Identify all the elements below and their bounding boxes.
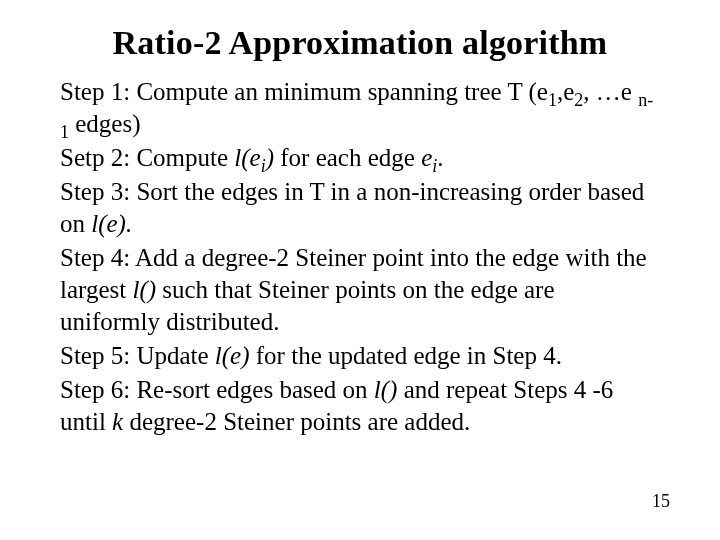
- step1-text-b: ,e: [557, 78, 574, 105]
- step5-text-a: Step 5: Update: [60, 342, 215, 369]
- step6-text-c: degree-2 Steiner points are added.: [123, 408, 470, 435]
- slide: Ratio-2 Approximation algorithm Step 1: …: [0, 0, 720, 540]
- step2-end: .: [437, 144, 443, 171]
- step-6: Step 6: Re-sort edges based on l() and r…: [60, 374, 660, 438]
- step1-text-c: , …e: [583, 78, 638, 105]
- step1-text-d: edges): [69, 110, 141, 137]
- step2-close: ): [266, 144, 274, 171]
- step3-text: Step 3: Sort the edges in T in a non-inc…: [60, 178, 644, 237]
- step-1: Step 1: Compute an minimum spanning tree…: [60, 76, 660, 140]
- step4-l: l(): [132, 276, 156, 303]
- step3-le: l(e).: [91, 210, 132, 237]
- step2-e: e: [421, 144, 432, 171]
- step5-le: l(e): [215, 342, 250, 369]
- step2-text-b: for each edge: [274, 144, 421, 171]
- step5-text-b: for the updated edge in Step 4.: [250, 342, 562, 369]
- sub-2: 2: [574, 90, 583, 110]
- step-2: Setp 2: Compute l(ei) for each edge ei.: [60, 142, 660, 174]
- step1-text-a: Step 1: Compute an minimum spanning tree…: [60, 78, 548, 105]
- step-3: Step 3: Sort the edges in T in a non-inc…: [60, 176, 660, 240]
- step2-lei: l(e: [234, 144, 260, 171]
- step2-text-a: Setp 2: Compute: [60, 144, 234, 171]
- sub-1: 1: [548, 90, 557, 110]
- step6-text-a: Step 6: Re-sort edges based on: [60, 376, 374, 403]
- step6-k: k: [112, 408, 123, 435]
- page-number: 15: [652, 491, 670, 512]
- step-4: Step 4: Add a degree-2 Steiner point int…: [60, 242, 660, 338]
- step-5: Step 5: Update l(e) for the updated edge…: [60, 340, 660, 372]
- step6-l: l(): [374, 376, 398, 403]
- slide-title: Ratio-2 Approximation algorithm: [60, 24, 660, 62]
- body-text: Step 1: Compute an minimum spanning tree…: [60, 76, 660, 438]
